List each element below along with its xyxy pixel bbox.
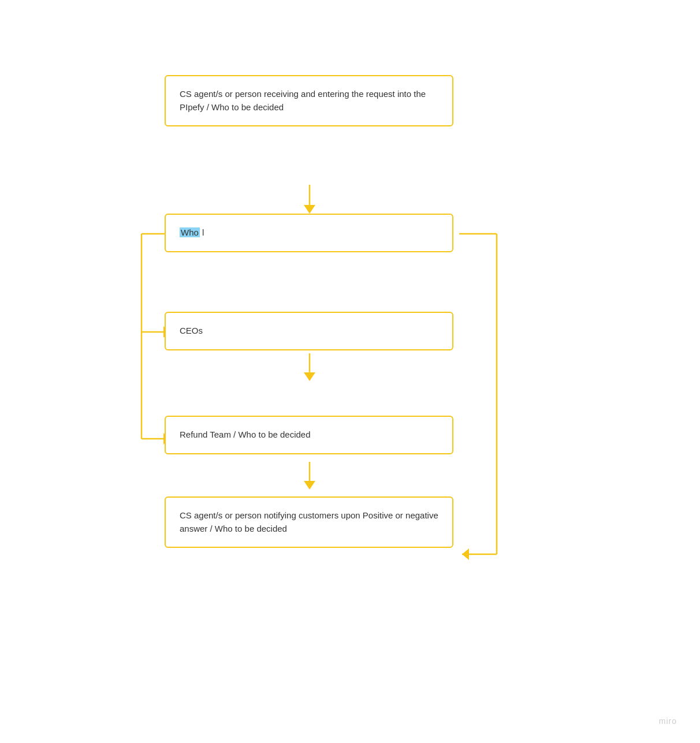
box-2: Who l [165,214,453,252]
box-5-content: CS agent/s or person notifying customers… [165,496,453,548]
box-2-highlighted: Who l [180,227,204,237]
svg-marker-1 [304,205,315,214]
box-2-suffix: l [202,227,204,237]
box-3-content: CEOs [165,312,453,350]
box-2-content: Who l [165,214,453,252]
highlight-who: Who [180,227,200,237]
box-1-text: CS agent/s or person receiving and enter… [180,89,426,112]
svg-marker-11 [462,548,469,560]
svg-marker-7 [304,372,315,381]
box-4: Refund Team / Who to be decided [165,416,453,454]
box-5: CS agent/s or person notifying customers… [165,496,453,548]
box-1: CS agent/s or person receiving and enter… [165,75,453,126]
box-3: CEOs [165,312,453,350]
box-1-content: CS agent/s or person receiving and enter… [165,75,453,126]
box-5-text: CS agent/s or person notifying customers… [180,510,438,533]
miro-watermark: miro [659,716,677,726]
box-3-text: CEOs [180,326,203,335]
box-4-text: Refund Team / Who to be decided [180,430,311,439]
box-4-content: Refund Team / Who to be decided [165,416,453,454]
svg-marker-13 [304,481,315,490]
